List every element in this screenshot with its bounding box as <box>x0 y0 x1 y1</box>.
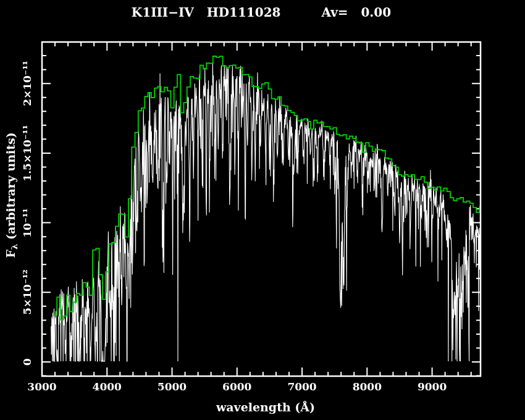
y-tick-label: 1.5×10⁻¹¹ <box>21 125 33 181</box>
x-tick-label: 7000 <box>287 380 316 393</box>
x-tick-label: 8000 <box>353 380 382 393</box>
plot-title: K1III−IV HD111028 Av= 0.00 <box>42 5 481 20</box>
y-axis-label-symbol: F <box>4 250 17 258</box>
y-tick-label: 0 <box>21 358 33 366</box>
spectral-plot-figure: K1III−IV HD111028 Av= 0.00 3000 4000 500… <box>0 0 525 420</box>
spectrum-plot-canvas <box>0 0 525 420</box>
y-axis-label-units: (arbitrary units) <box>4 132 17 244</box>
y-axis-label: Fλ (arbitrary units) <box>4 132 17 258</box>
y-tick-label: 10⁻¹¹ <box>21 208 33 238</box>
y-axis-label-subscript: λ <box>9 244 19 250</box>
x-tick-label: 4000 <box>93 380 122 393</box>
y-tick-label: 5×10⁻¹² <box>21 269 33 315</box>
title-extinction-value: Av= 0.00 <box>321 5 391 20</box>
title-spectral-type-and-star: K1III−IV HD111028 <box>132 5 281 20</box>
x-tick-label: 9000 <box>418 380 447 393</box>
y-tick-label: 2×10⁻¹¹ <box>21 61 33 106</box>
x-axis-label: wavelength (Å) <box>216 400 315 414</box>
x-tick-label: 5000 <box>158 380 187 393</box>
x-tick-label: 6000 <box>222 380 251 393</box>
x-tick-label: 3000 <box>27 380 56 393</box>
